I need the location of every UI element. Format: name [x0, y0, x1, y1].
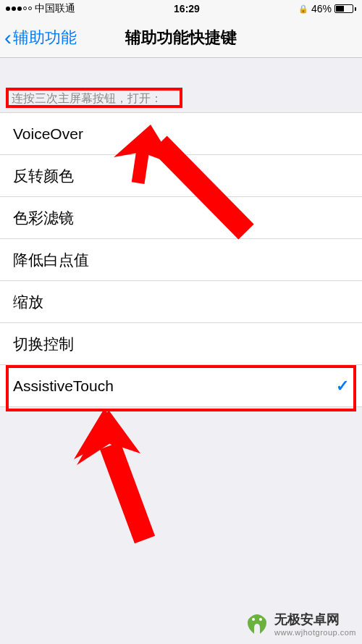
svg-marker-4 — [77, 410, 140, 465]
battery-icon — [334, 4, 356, 13]
section-header: 连按三次主屏幕按钮，打开： — [0, 87, 362, 112]
option-switch-control[interactable]: 切换控制 — [0, 323, 362, 365]
svg-line-2 — [110, 446, 145, 540]
section-spacer — [0, 58, 362, 87]
orientation-lock-icon: 🔒 — [298, 4, 308, 14]
option-color-filters[interactable]: 色彩滤镜 — [0, 197, 362, 239]
back-label: 辅助功能 — [13, 27, 77, 49]
clock: 16:29 — [174, 3, 200, 14]
status-left: 中国联通 — [6, 2, 75, 15]
watermark-title: 无极安卓网 — [274, 611, 356, 628]
page-title: 辅助功能快捷键 — [125, 27, 237, 49]
option-label: 降低白点值 — [13, 250, 89, 270]
option-label: AssistiveTouch — [13, 377, 114, 395]
checkmark-icon: ✓ — [336, 377, 349, 396]
option-voiceover[interactable]: VoiceOver — [0, 113, 362, 155]
signal-strength-icon — [6, 7, 32, 11]
carrier-label: 中国联通 — [35, 2, 75, 15]
option-label: VoiceOver — [13, 125, 83, 143]
svg-marker-3 — [74, 409, 133, 459]
status-bar: 中国联通 16:29 🔒 46% — [0, 0, 362, 17]
option-label: 缩放 — [13, 292, 43, 312]
options-list: VoiceOver 反转颜色 色彩滤镜 降低白点值 缩放 切换控制 Assist… — [0, 112, 362, 407]
option-reduce-white-point[interactable]: 降低白点值 — [0, 239, 362, 281]
back-button[interactable]: ‹ 辅助功能 — [0, 27, 77, 49]
option-assistivetouch[interactable]: AssistiveTouch ✓ — [0, 365, 362, 407]
annotation-arrow-2 — [65, 406, 181, 551]
svg-point-6 — [259, 618, 262, 621]
watermark: 无极安卓网 www.wjhotgroup.com — [244, 611, 356, 637]
nav-bar: ‹ 辅助功能 辅助功能快捷键 — [0, 17, 362, 58]
option-label: 反转颜色 — [13, 166, 74, 186]
option-invert-colors[interactable]: 反转颜色 — [0, 155, 362, 197]
option-label: 色彩滤镜 — [13, 208, 74, 228]
watermark-logo-icon — [244, 611, 270, 637]
watermark-url: www.wjhotgroup.com — [274, 628, 356, 637]
status-right: 🔒 46% — [298, 3, 356, 14]
option-zoom[interactable]: 缩放 — [0, 281, 362, 323]
option-label: 切换控制 — [13, 334, 74, 354]
svg-point-5 — [252, 618, 255, 621]
chevron-left-icon: ‹ — [4, 27, 12, 49]
battery-percentage: 46% — [311, 3, 332, 14]
